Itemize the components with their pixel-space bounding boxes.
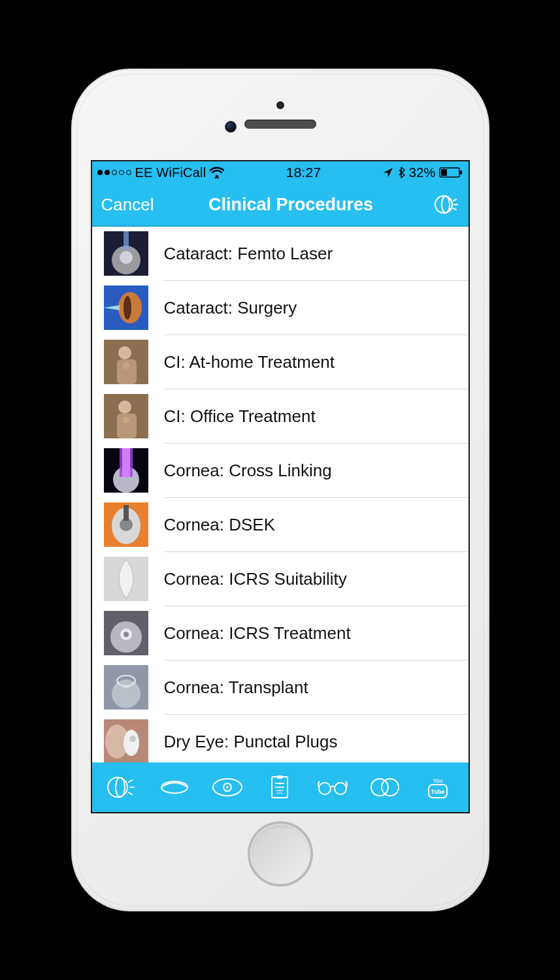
svg-point-18 (118, 400, 131, 414)
battery-pct-label: 32% (409, 165, 436, 180)
speaker-grille (244, 120, 316, 129)
status-left: EE WiFiCall (97, 165, 225, 180)
tab-youtube[interactable]: You Tube (415, 773, 461, 802)
svg-rect-3 (460, 171, 462, 174)
svg-point-8 (120, 251, 133, 264)
bluetooth-icon (397, 167, 405, 178)
svg-point-5 (442, 196, 450, 213)
lens-icon (157, 773, 192, 802)
list-item-label: Cataract: Surgery (164, 298, 297, 318)
svg-point-12 (124, 296, 131, 319)
status-right: 32% (383, 165, 463, 180)
thumbnail-icon (104, 231, 148, 276)
thumbnail-icon (104, 448, 148, 493)
thumbnail-icon (104, 502, 148, 547)
svg-point-50 (226, 786, 229, 789)
svg-rect-24 (122, 448, 130, 477)
tab-contacts[interactable] (363, 773, 408, 802)
tab-eye[interactable] (205, 773, 250, 802)
thumbnail-icon (104, 665, 148, 710)
list-item[interactable]: CI: Office Treatment (92, 389, 469, 443)
list-item[interactable]: Cornea: Transplant (92, 661, 469, 714)
status-bar: EE WiFiCall 18:27 32% (92, 161, 469, 184)
list-item[interactable]: Cataract: Surgery (92, 281, 469, 335)
front-camera-icon (276, 101, 284, 109)
eye-icon (210, 773, 245, 802)
svg-point-59 (371, 779, 388, 796)
svg-point-33 (124, 632, 129, 637)
list-item[interactable]: Cornea: ICRS Treatment (92, 606, 469, 660)
svg-rect-52 (277, 776, 282, 779)
list-item-label: CI: At-home Treatment (164, 352, 335, 372)
tab-eyechart[interactable] (257, 773, 303, 802)
svg-text:You: You (433, 777, 443, 784)
list-item[interactable]: Dry Eye: Punctal Plugs (92, 715, 469, 762)
svg-rect-28 (124, 505, 129, 521)
youtube-icon: You Tube (420, 773, 455, 802)
thumbnail-icon (104, 557, 148, 601)
cancel-button[interactable]: Cancel (101, 195, 154, 215)
contact-lens-icon (368, 773, 403, 802)
list-item-label: Dry Eye: Punctal Plugs (164, 732, 338, 752)
thumbnail-icon (104, 719, 148, 762)
signal-strength-icon (97, 170, 131, 175)
svg-point-35 (112, 679, 140, 708)
list-item-label: Cornea: ICRS Suitability (164, 569, 347, 589)
tab-glasses[interactable] (310, 773, 355, 802)
proximity-sensor-icon (225, 121, 237, 133)
thumbnail-icon (104, 286, 148, 330)
list-item[interactable]: Cornea: ICRS Suitability (92, 552, 469, 606)
svg-text:Tube: Tube (431, 789, 445, 795)
svg-point-20 (123, 417, 129, 423)
thumbnail-icon (104, 340, 148, 384)
svg-point-0 (216, 175, 218, 178)
home-button[interactable] (248, 821, 313, 887)
svg-point-16 (123, 363, 129, 369)
tab-lens[interactable] (152, 773, 197, 802)
svg-point-57 (319, 783, 331, 794)
svg-rect-2 (441, 169, 447, 176)
svg-point-40 (129, 736, 136, 742)
screen: EE WiFiCall 18:27 32% Cance (91, 160, 470, 813)
thumbnail-icon (104, 394, 148, 438)
list-item[interactable]: CI: At-home Treatment (92, 335, 469, 389)
list-item-label: Cornea: DSEK (164, 515, 276, 535)
tab-eye-laser[interactable] (99, 773, 145, 802)
carrier-label: EE WiFiCall (135, 165, 206, 180)
svg-point-46 (116, 777, 125, 797)
list-item[interactable]: Cornea: Cross Linking (92, 444, 469, 497)
svg-point-39 (124, 730, 139, 756)
list-item-label: Cataract: Femto Laser (164, 244, 333, 264)
nav-right-button[interactable] (427, 191, 459, 218)
chart-icon (262, 773, 297, 802)
thumbnail-icon (104, 611, 148, 655)
list-item-label: Cornea: ICRS Treatment (164, 623, 351, 644)
svg-point-60 (382, 779, 399, 796)
phone-frame: EE WiFiCall 18:27 32% Cance (71, 69, 489, 911)
wifi-icon (210, 167, 224, 178)
list-item-label: Cornea: Cross Linking (164, 461, 332, 481)
glasses-icon (315, 773, 350, 802)
eye-laser-icon (105, 773, 140, 802)
list-item[interactable]: Cataract: Femto Laser (92, 227, 469, 280)
procedures-list[interactable]: Cataract: Femto LaserCataract: SurgeryCI… (92, 227, 469, 762)
battery-icon (439, 167, 463, 178)
svg-rect-9 (124, 231, 129, 250)
page-title: Clinical Procedures (208, 195, 373, 215)
location-icon (383, 167, 393, 178)
tab-bar: You Tube (92, 762, 469, 812)
navigation-bar: Cancel Clinical Procedures (92, 184, 469, 227)
list-item-label: Cornea: Transplant (164, 678, 308, 698)
svg-point-58 (335, 783, 346, 794)
svg-point-14 (118, 346, 131, 359)
list-item-label: CI: Office Treatment (164, 406, 316, 427)
clock-label: 18:27 (286, 165, 321, 180)
eye-flash-icon (433, 191, 459, 218)
list-item[interactable]: Cornea: DSEK (92, 498, 469, 551)
